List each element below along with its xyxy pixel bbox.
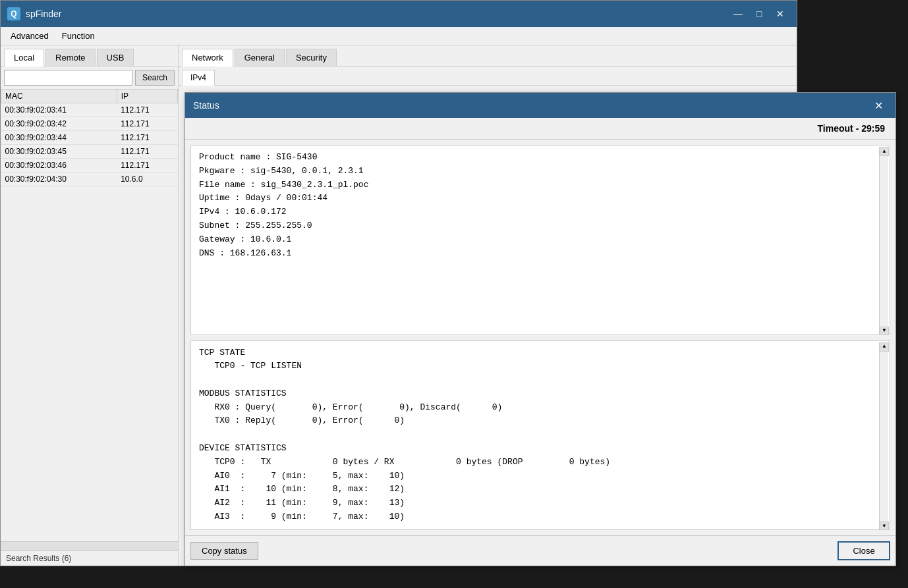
- search-results-status: Search Results (6): [1, 550, 178, 566]
- search-button[interactable]: Search: [135, 70, 175, 86]
- right-tab-bar: Network General Security: [179, 45, 797, 67]
- title-bar: Q spFinder — □ ✕: [1, 1, 797, 27]
- stats-status-box: TCP STATE TCP0 - TCP LISTEN MODBUS STATI…: [190, 340, 890, 531]
- stats-text: TCP STATE TCP0 - TCP LISTEN MODBUS STATI…: [199, 346, 882, 524]
- close-button[interactable]: ✕: [770, 6, 790, 22]
- window-controls: — □ ✕: [728, 6, 790, 22]
- search-area: Search: [1, 67, 178, 89]
- scroll-up-arrow[interactable]: ▲: [880, 147, 889, 156]
- tab-usb[interactable]: USB: [97, 49, 134, 66]
- col-mac: MAC: [1, 90, 117, 103]
- dialog-body: Product name : SIG-5430 Pkgware : sig-54…: [185, 140, 895, 535]
- ipv4-tab-bar: IPv4: [179, 67, 797, 86]
- cell-ip: 112.171: [117, 145, 177, 159]
- menu-advanced[interactable]: Advanced: [4, 29, 55, 43]
- cell-mac: 00:30:f9:02:03:42: [1, 117, 117, 131]
- status-dialog: Status ✕ Timeout - 29:59 Product name : …: [184, 92, 896, 566]
- left-tab-bar: Local Remote USB: [1, 45, 178, 67]
- dialog-timeout: Timeout - 29:59: [185, 118, 895, 140]
- table-row[interactable]: 00:30:f9:02:03:42112.171: [1, 117, 178, 131]
- cell-ip: 10.6.0: [117, 173, 177, 186]
- copy-status-button[interactable]: Copy status: [190, 542, 258, 560]
- stats-scrollbar[interactable]: ▲ ▼: [879, 342, 888, 531]
- cell-mac: 00:30:f9:02:04:30: [1, 173, 117, 186]
- maximize-button[interactable]: □: [749, 6, 769, 22]
- tab-general[interactable]: General: [235, 49, 285, 66]
- menu-function[interactable]: Function: [55, 29, 101, 43]
- table-row[interactable]: 00:30:f9:02:03:44112.171: [1, 131, 178, 145]
- info-status-box: Product name : SIG-5430 Pkgware : sig-54…: [190, 145, 890, 335]
- table-row[interactable]: 00:30:f9:02:03:41112.171: [1, 103, 178, 117]
- tab-network[interactable]: Network: [182, 49, 233, 67]
- table-row[interactable]: 00:30:f9:02:03:46112.171: [1, 159, 178, 173]
- cell-mac: 00:30:f9:02:03:46: [1, 159, 117, 173]
- stats-scroll-down-arrow[interactable]: ▼: [880, 521, 889, 530]
- scroll-down-arrow[interactable]: ▼: [880, 327, 889, 335]
- info-text: Product name : SIG-5430 Pkgware : sig-54…: [199, 151, 882, 260]
- cell-mac: 00:30:f9:02:03:41: [1, 103, 117, 117]
- dialog-footer: Copy status Close: [185, 535, 895, 566]
- table-row[interactable]: 00:30:f9:02:03:45112.171: [1, 145, 178, 159]
- tab-ipv4[interactable]: IPv4: [182, 70, 215, 86]
- tab-remote[interactable]: Remote: [45, 49, 96, 66]
- table-row[interactable]: 00:30:f9:02:04:3010.6.0: [1, 173, 178, 186]
- menu-bar: Advanced Function: [1, 27, 797, 45]
- cell-ip: 112.171: [117, 159, 177, 173]
- cell-ip: 112.171: [117, 131, 177, 145]
- dialog-close-button[interactable]: ✕: [869, 97, 888, 113]
- cell-mac: 00:30:f9:02:03:45: [1, 145, 117, 159]
- minimize-button[interactable]: —: [728, 6, 748, 22]
- dialog-title: Status: [193, 100, 869, 111]
- dialog-title-bar: Status ✕: [185, 93, 895, 118]
- app-icon: Q: [7, 7, 20, 20]
- tab-local[interactable]: Local: [4, 49, 44, 67]
- app-title: spFinder: [26, 9, 728, 19]
- cell-ip: 112.171: [117, 117, 177, 131]
- search-input[interactable]: [4, 70, 132, 86]
- cell-mac: 00:30:f9:02:03:44: [1, 131, 117, 145]
- horizontal-scrollbar[interactable]: [1, 541, 178, 550]
- info-scrollbar[interactable]: ▲ ▼: [879, 147, 888, 335]
- left-panel: Local Remote USB Search MAC IP: [1, 45, 179, 566]
- close-dialog-btn[interactable]: Close: [837, 541, 890, 560]
- cell-ip: 112.171: [117, 103, 177, 117]
- col-ip: IP: [117, 90, 177, 103]
- stats-scroll-up-arrow[interactable]: ▲: [880, 342, 889, 352]
- tab-security[interactable]: Security: [286, 49, 337, 66]
- device-table: MAC IP 00:30:f9:02:03:41112.17100:30:f9:…: [1, 89, 178, 541]
